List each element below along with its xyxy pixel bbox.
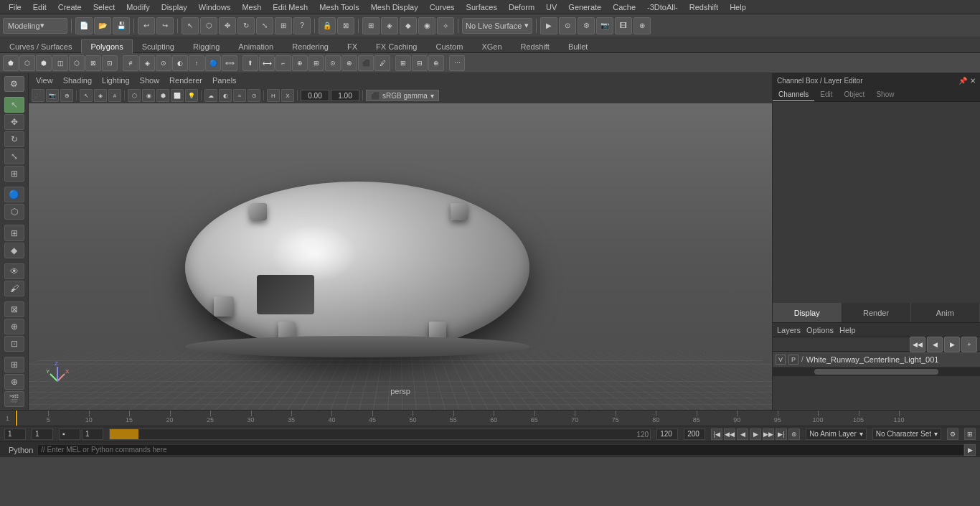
menu-modify[interactable]: Modify (121, 0, 155, 14)
vp-menu-show[interactable]: Show (136, 76, 164, 85)
render-button[interactable]: ▶ (540, 17, 557, 34)
select-tool[interactable]: ↖ (4, 97, 24, 113)
rotate-tool-button[interactable]: ↻ (237, 17, 255, 34)
face-mode-button[interactable]: ⬢ (36, 55, 52, 71)
channel-box-pin[interactable]: 📌 (958, 77, 967, 85)
bottom-tool-1[interactable]: ⊞ (4, 357, 24, 373)
menu-extra-button[interactable]: ⋯ (449, 55, 465, 71)
shaded-button[interactable]: ⬡ (128, 89, 141, 102)
soft-select-button[interactable]: 🔵 (205, 55, 221, 71)
current-frame-field[interactable]: 1 (4, 428, 26, 440)
menu-curves[interactable]: Curves (424, 0, 461, 14)
symmetry-button[interactable]: ⟺ (222, 55, 237, 71)
menu-file[interactable]: File (3, 0, 27, 14)
menu-mesh-tools[interactable]: Mesh Tools (314, 0, 364, 14)
select-tool-button[interactable]: ↖ (182, 17, 199, 34)
render-all-button[interactable]: ⊕ (633, 17, 651, 34)
pb-play[interactable]: ▶ (750, 428, 761, 440)
attr-tool[interactable]: ⊡ (4, 336, 24, 352)
component-button[interactable]: ⊡ (102, 55, 118, 71)
layer-next-button[interactable]: ▶ (944, 337, 960, 352)
snap-to-curve-button[interactable]: ◈ (381, 17, 398, 34)
ipr-button[interactable]: ⊙ (559, 17, 576, 34)
layer-back-button[interactable]: ◀◀ (910, 337, 925, 352)
ao-button[interactable]: ◐ (219, 89, 232, 102)
quad-draw-button[interactable]: ⬛ (358, 55, 374, 71)
uv-mode-button[interactable]: ◫ (52, 55, 68, 71)
char-set-dropdown[interactable]: No Character Set ▾ (872, 428, 941, 440)
hud-button[interactable]: H (267, 89, 280, 102)
camera-perspective-button[interactable]: 🎥 (32, 89, 44, 102)
hide-button[interactable]: ⊠ (337, 17, 354, 34)
menu-redshift[interactable]: Redshift (684, 0, 724, 14)
menu-3dtoall[interactable]: -3DtoAll- (641, 0, 684, 14)
anim-layer-dropdown[interactable]: No Anim Layer ▾ (806, 428, 867, 440)
status-extra-button[interactable]: ⊞ (964, 428, 976, 440)
python-run-button[interactable]: ▶ (964, 444, 976, 456)
tab-curves-surfaces[interactable]: Curves / Surfaces (0, 39, 81, 53)
vp-menu-renderer[interactable]: Renderer (165, 76, 207, 85)
menu-uv[interactable]: UV (540, 0, 562, 14)
layers-options-item[interactable]: Options (806, 326, 834, 334)
layer-prev-button[interactable]: ◀ (927, 337, 943, 352)
loop-button[interactable]: ⊕ (292, 55, 308, 71)
menu-deform[interactable]: Deform (503, 0, 540, 14)
tab-redshift[interactable]: Redshift (512, 39, 559, 53)
max-val-field[interactable]: 200 (684, 428, 705, 440)
boolean-button[interactable]: ⊕ (428, 55, 444, 71)
checkbox-indicator[interactable]: ▪ (59, 428, 80, 440)
menu-surfaces[interactable]: Surfaces (461, 0, 503, 14)
pb-loop[interactable]: ⊚ (788, 428, 800, 440)
bevel-button[interactable]: ⌐ (275, 55, 291, 71)
timeline-ruler[interactable]: 5101520253035404550556065707580859095100… (16, 411, 980, 426)
move-tool[interactable]: ✥ (4, 114, 24, 130)
anim-end-field[interactable]: 120 (656, 428, 678, 440)
scale-tool[interactable]: ⤡ (4, 149, 24, 164)
layer-visibility-button[interactable]: V (776, 355, 786, 365)
mode-selector[interactable]: Modeling ▾ (3, 18, 67, 34)
anim-tab[interactable]: Anim (911, 303, 980, 322)
camera-far-value[interactable]: 1.00 (331, 90, 359, 101)
menu-help[interactable]: Help (724, 0, 752, 14)
smooth-preview-button[interactable]: ◈ (139, 55, 155, 71)
render-tab[interactable]: Render (842, 303, 910, 322)
smooth-button[interactable]: ◉ (142, 89, 155, 102)
snap-to-grid-button[interactable]: ⊞ (362, 17, 380, 34)
redo-button[interactable]: ↪ (156, 17, 174, 34)
scroll-thumb[interactable] (814, 369, 938, 375)
show-hide[interactable]: 👁 (4, 263, 24, 279)
settings-button[interactable]: ⚙ (4, 76, 24, 92)
lasso-tool-button[interactable]: ⬡ (200, 17, 217, 34)
menu-generate[interactable]: Generate (562, 0, 607, 14)
separate-button[interactable]: ⊟ (412, 55, 428, 71)
vp-menu-lighting[interactable]: Lighting (98, 76, 134, 85)
tab-bullet[interactable]: Bullet (559, 39, 598, 53)
combine-button[interactable]: ⊞ (395, 55, 411, 71)
wireframe-button[interactable]: # (123, 55, 138, 71)
bounding-box-button[interactable]: ⬜ (171, 89, 184, 102)
pb-forward[interactable]: ▶▶ (763, 428, 774, 440)
graph-tool[interactable]: ⊕ (4, 319, 24, 334)
menu-select[interactable]: Select (88, 0, 121, 14)
weld-button[interactable]: ⊕ (341, 55, 357, 71)
layers-scroll-bar[interactable] (773, 367, 980, 376)
layer-playback-button[interactable]: P (788, 355, 798, 365)
menu-mesh[interactable]: Mesh (236, 0, 267, 14)
snap-to-view-button[interactable]: ◉ (418, 17, 435, 34)
timeline-range-bar[interactable]: 120 (109, 428, 651, 440)
lasso-select[interactable]: ⬡ (4, 204, 24, 220)
viewport[interactable]: View Shading Lighting Show Renderer Pane… (29, 73, 772, 410)
frame-checkbox-value[interactable]: 1 (82, 428, 103, 440)
last-tool-button[interactable]: ⊞ (275, 17, 292, 34)
tab-fx-caching[interactable]: FX Caching (367, 39, 426, 53)
edit-tab[interactable]: Edit (814, 88, 838, 101)
dof-button[interactable]: ⊙ (248, 89, 260, 102)
vertex-mode-button[interactable]: ⬟ (3, 55, 19, 71)
bottom-tool-2[interactable]: ⊕ (4, 374, 24, 390)
pb-prev-key[interactable]: ◀◀ (724, 428, 735, 440)
pb-next-key[interactable]: ▶| (776, 428, 787, 440)
display-tab[interactable]: Display (773, 303, 842, 322)
save-file-button[interactable]: 💾 (113, 17, 130, 34)
offset-button[interactable]: ⊞ (308, 55, 324, 71)
menu-display[interactable]: Display (156, 0, 193, 14)
